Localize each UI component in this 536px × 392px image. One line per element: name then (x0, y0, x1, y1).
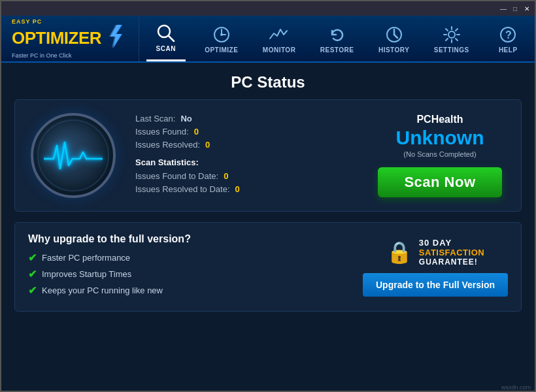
maximize-button[interactable]: □ (510, 4, 520, 13)
minimize-button[interactable]: — (498, 4, 509, 13)
svg-point-5 (220, 33, 223, 36)
lock-icon: 🔒 (386, 240, 412, 265)
scan-now-button[interactable]: Scan Now (378, 167, 501, 197)
nav-label-settings: SETTINGS (434, 46, 469, 54)
issues-to-date-row: Issues Found to Date: 0 (135, 171, 355, 181)
nav-item-monitor[interactable]: MONITOR (258, 16, 301, 61)
upgrade-title: Why upgrade to the full version? (28, 233, 363, 245)
upgrade-feature-1: ✔ Faster PC performance (28, 252, 363, 264)
check-icon-1: ✔ (28, 252, 37, 264)
stats-section: Last Scan: No Issues Found: 0 Issues Res… (135, 114, 355, 197)
check-icon-3: ✔ (28, 284, 37, 297)
restore-icon (327, 24, 348, 45)
issues-found-row: Issues Found: 0 (135, 127, 355, 137)
logo-main-text: OPTIMIZER (12, 29, 101, 46)
resolved-to-date-row: Issues Resolved to Date: 0 (135, 184, 355, 194)
last-scan-value: No (180, 114, 192, 123)
issues-resolved-label: Issues Resolved: (135, 140, 200, 150)
logo-area: EASY PC OPTIMIZER Faster PC in One Click (1, 19, 139, 59)
issues-resolved-row: Issues Resolved: 0 (135, 140, 355, 150)
check-icon-2: ✔ (28, 268, 37, 280)
issues-found-value: 0 (194, 127, 199, 137)
issues-resolved-value: 0 (205, 140, 210, 150)
guarantee-text: 30 DAY SATISFACTION GUARANTEE! (419, 238, 484, 267)
nav-item-optimize[interactable]: OPTIMIZE (199, 16, 243, 61)
nav-item-settings[interactable]: SETTINGS (429, 16, 475, 61)
titlebar: — □ ✕ (1, 1, 535, 16)
heartbeat-graph (44, 139, 103, 172)
health-status: Unknown (396, 127, 484, 149)
health-label: PCHealth (416, 114, 463, 125)
scan-icon (156, 23, 176, 44)
history-icon (384, 24, 405, 45)
resolved-to-date-value: 0 (235, 184, 240, 194)
feature-1-text: Faster PC performance (42, 253, 130, 263)
logo-optimizer: OPTIMIZER (12, 28, 101, 48)
nav-label-history: HISTORY (378, 46, 409, 54)
scan-stats-title: Scan Statistics: (135, 157, 355, 167)
main-content: PC Status Last Scan: No Issues Fo (1, 63, 535, 392)
logo-sub-text: Faster PC in One Click (12, 52, 139, 59)
upgrade-banner: Why upgrade to the full version? ✔ Faste… (14, 222, 522, 312)
last-scan-row: Last Scan: No (135, 114, 355, 123)
guarantee-badge: 🔒 30 DAY SATISFACTION GUARANTEE! (386, 238, 484, 267)
nav-item-help[interactable]: ? HELP (488, 16, 528, 61)
guarantee-satisfaction: SATISFACTION (419, 248, 484, 257)
nav-item-restore[interactable]: RESTORE (315, 16, 360, 61)
upgrade-left: Why upgrade to the full version? ✔ Faste… (28, 233, 363, 301)
nav-item-history[interactable]: HISTORY (373, 16, 414, 61)
close-button[interactable]: ✕ (522, 4, 532, 13)
last-scan-label: Last Scan: (135, 114, 175, 123)
nav-label-scan: SCAN (156, 45, 176, 52)
svg-point-9 (448, 31, 455, 38)
upgrade-feature-2: ✔ Improves Startup Times (28, 268, 363, 280)
svg-text:?: ? (505, 29, 512, 41)
health-sub: (No Scans Completed) (403, 150, 476, 158)
feature-2-text: Improves Startup Times (42, 269, 131, 279)
upgrade-button[interactable]: Upgrade to the Full Version (363, 273, 508, 297)
status-card: Last Scan: No Issues Found: 0 Issues Res… (14, 99, 522, 212)
monitor-graphic (31, 113, 116, 198)
guarantee-days: 30 DAY (419, 238, 484, 248)
upgrade-right: 🔒 30 DAY SATISFACTION GUARANTEE! Upgrade… (363, 238, 508, 297)
logo-top-text: EASY PC (12, 19, 139, 25)
issues-to-date-label: Issues Found to Date: (135, 171, 218, 181)
help-icon: ? (497, 24, 518, 45)
nav-label-monitor: MONITOR (263, 46, 296, 54)
nav-label-restore: RESTORE (320, 46, 354, 54)
optimize-icon (211, 24, 232, 45)
upgrade-feature-3: ✔ Keeps your PC running like new (28, 284, 363, 297)
nav-bar: SCAN OPTIMIZE MONITOR RESTORE (139, 16, 535, 61)
nav-label-optimize: OPTIMIZE (205, 46, 238, 54)
nav-label-help: HELP (499, 46, 518, 54)
logo-arrow-icon (107, 25, 125, 48)
page-title: PC Status (14, 63, 522, 99)
svg-line-8 (394, 35, 397, 38)
settings-icon (441, 24, 462, 45)
issues-to-date-value: 0 (224, 171, 228, 181)
nav-item-scan[interactable]: SCAN (146, 16, 186, 61)
health-section: PCHealth Unknown (No Scans Completed) Sc… (375, 114, 505, 197)
monitor-icon (269, 24, 290, 45)
svg-line-3 (169, 36, 174, 41)
feature-3-text: Keeps your PC running like new (42, 286, 163, 295)
issues-found-label: Issues Found: (135, 127, 189, 137)
resolved-to-date-label: Issues Resolved to Date: (135, 184, 230, 194)
watermark: wsxdn.com (501, 384, 531, 391)
header: EASY PC OPTIMIZER Faster PC in One Click (1, 16, 535, 63)
guarantee-word: GUARANTEE! (419, 257, 484, 267)
